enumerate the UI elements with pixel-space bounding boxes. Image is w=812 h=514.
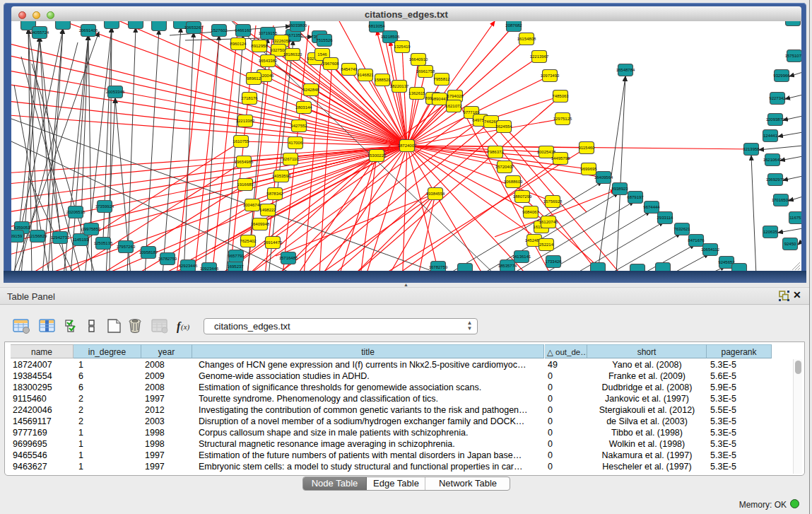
svg-text:20691406: 20691406 (79, 28, 98, 33)
svg-text:7485063: 7485063 (552, 94, 569, 98)
svg-text:9699695: 9699695 (580, 167, 597, 171)
svg-text:10653267: 10653267 (184, 25, 204, 30)
svg-text:2087682: 2087682 (505, 23, 522, 28)
svg-text:15751074: 15751074 (785, 54, 801, 58)
svg-text:19384554: 19384554 (426, 192, 445, 196)
svg-text:9115460: 9115460 (579, 146, 596, 150)
svg-text:18535774: 18535774 (498, 264, 517, 268)
svg-text:14353594: 14353594 (272, 174, 291, 178)
svg-text:10719155: 10719155 (259, 31, 278, 35)
svg-text:3624554: 3624554 (495, 124, 512, 129)
svg-text:16782759: 16782759 (158, 257, 177, 261)
svg-text:7515526: 7515526 (316, 38, 333, 42)
svg-text:7625402: 7625402 (240, 239, 257, 243)
svg-text:16154808: 16154808 (517, 37, 536, 41)
svg-text:8471676: 8471676 (688, 238, 705, 243)
svg-text:1498222: 1498222 (259, 208, 276, 212)
svg-text:9146821: 9146821 (357, 73, 374, 77)
svg-text:1145193: 1145193 (73, 238, 90, 242)
svg-text:17016504: 17016504 (772, 198, 791, 202)
svg-text:1546: 1546 (317, 52, 327, 57)
svg-text:989612: 989612 (247, 76, 261, 81)
svg-text:9242848: 9242848 (302, 88, 319, 92)
svg-text:15716485: 15716485 (279, 256, 298, 260)
svg-text:15300223: 15300223 (367, 153, 387, 158)
svg-text:10688609: 10688609 (504, 180, 523, 184)
svg-text:8813054: 8813054 (368, 24, 385, 28)
svg-text:13692971: 13692971 (766, 177, 785, 182)
svg-text:10046746: 10046746 (243, 203, 262, 207)
svg-text:92450: 92450 (784, 242, 796, 246)
svg-text:252214: 252214 (539, 243, 554, 247)
svg-text:18220137: 18220137 (390, 84, 409, 88)
svg-text:16640910: 16640910 (409, 57, 428, 62)
svg-text:12975125: 12975125 (553, 117, 572, 121)
svg-text:9227342: 9227342 (769, 96, 786, 100)
svg-text:14495798: 14495798 (551, 156, 570, 160)
svg-text:2933114: 2933114 (657, 216, 674, 220)
svg-text:1621072: 1621072 (445, 104, 462, 108)
svg-text:8938923: 8938923 (611, 187, 628, 191)
svg-text:8454749: 8454749 (341, 67, 358, 71)
svg-text:3267110: 3267110 (283, 157, 300, 161)
svg-text:7955812: 7955812 (433, 77, 450, 81)
svg-text:6794028: 6794028 (447, 94, 464, 98)
svg-text:1527602: 1527602 (211, 28, 228, 33)
svg-text:12156829: 12156829 (28, 234, 47, 238)
svg-text:13226058: 13226058 (272, 39, 291, 43)
svg-text:16543382: 16543382 (259, 59, 278, 63)
svg-text:9657791: 9657791 (228, 254, 245, 258)
svg-text:1733426: 1733426 (545, 259, 562, 264)
svg-text:39159: 39159 (11, 234, 23, 238)
svg-text:12505135: 12505135 (94, 241, 113, 245)
svg-text:1325419: 1325419 (394, 45, 411, 49)
svg-text:6466160: 6466160 (235, 28, 252, 33)
svg-text:17957263: 17957263 (117, 245, 136, 249)
svg-text:10654112: 10654112 (701, 247, 720, 252)
svg-text:16210643: 16210643 (763, 158, 782, 162)
svg-text:2967608: 2967608 (322, 62, 339, 66)
svg-text:16914479: 16914479 (264, 240, 283, 245)
svg-text:16409948: 16409948 (251, 222, 270, 226)
svg-text:16033809: 16033809 (288, 23, 307, 28)
svg-text:16409564: 16409564 (594, 175, 613, 180)
svg-text:3213958: 3213958 (743, 147, 760, 151)
svg-text:12942737: 12942737 (51, 235, 70, 240)
svg-text:124441: 124441 (763, 134, 778, 138)
svg-text:18186323: 18186323 (283, 52, 302, 57)
svg-text:1588520: 1588520 (374, 78, 391, 82)
svg-text:2718176: 2718176 (241, 96, 258, 100)
svg-text:2803144: 2803144 (295, 105, 312, 110)
svg-text:(x): (x) (181, 322, 190, 332)
svg-text:16961758: 16961758 (416, 69, 435, 74)
svg-text:9427552: 9427552 (290, 124, 307, 128)
svg-text:15720407: 15720407 (495, 165, 514, 169)
svg-text:17359924: 17359924 (95, 204, 114, 209)
svg-text:8960124: 8960124 (230, 42, 247, 46)
svg-text:1610755: 1610755 (233, 139, 249, 144)
svg-text:18807299: 18807299 (513, 194, 532, 199)
svg-text:18724007: 18724007 (398, 144, 417, 148)
svg-text:14136141: 14136141 (512, 255, 531, 259)
svg-text:116753: 116753 (789, 216, 801, 220)
svg-text:1916685: 1916685 (237, 182, 254, 187)
svg-text:10923446: 10923446 (200, 267, 219, 271)
svg-text:9084067: 9084067 (522, 210, 539, 214)
svg-text:16120746: 16120746 (539, 220, 558, 224)
svg-text:16548784: 16548784 (616, 68, 635, 72)
svg-text:8912958: 8912958 (251, 44, 268, 48)
svg-text:9674444: 9674444 (643, 205, 660, 209)
svg-text:19218506: 19218506 (381, 35, 400, 39)
svg-text:1695237: 1695237 (227, 264, 244, 269)
svg-text:7986372: 7986372 (487, 150, 504, 154)
svg-text:14055724: 14055724 (30, 30, 49, 35)
svg-text:9329966: 9329966 (773, 74, 790, 78)
svg-text:15756928: 15756928 (543, 199, 563, 204)
svg-text:1362615: 1362615 (408, 91, 425, 95)
svg-text:120635: 120635 (763, 230, 778, 234)
svg-text:12213382: 12213382 (236, 119, 255, 123)
svg-text:12213967: 12213967 (530, 54, 549, 59)
svg-text:16782759: 16782759 (429, 265, 448, 269)
svg-text:6879197: 6879197 (627, 195, 644, 199)
svg-text:12923446: 12923446 (179, 264, 198, 268)
